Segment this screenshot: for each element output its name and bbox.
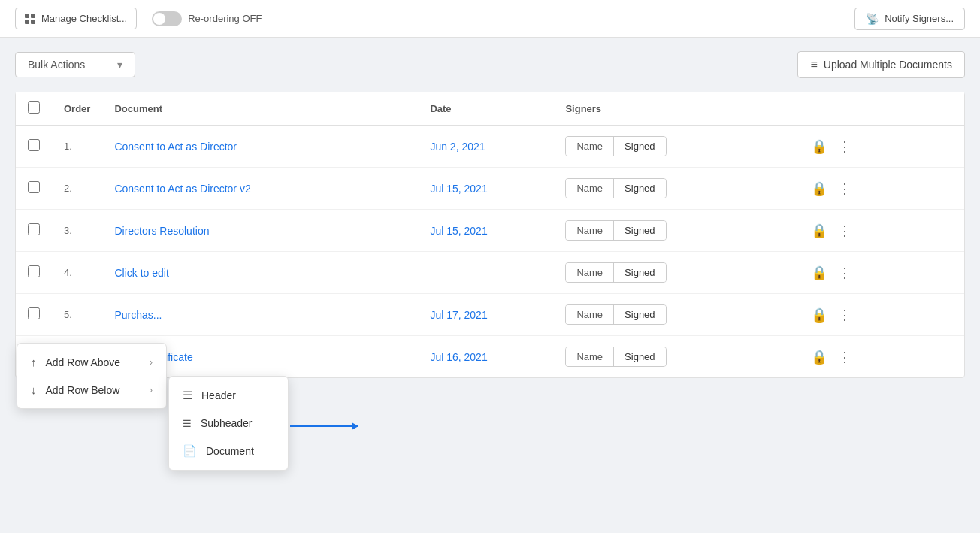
row-3-dots-button[interactable]: ⋮ xyxy=(833,223,856,239)
row-3-checkbox[interactable] xyxy=(28,223,40,235)
row-5-doc-link[interactable]: Purchas... xyxy=(114,309,162,321)
lock-icon[interactable]: 🔒 xyxy=(811,307,827,323)
table-row: 1. Consent to Act as Director Jun 2, 202… xyxy=(16,126,964,168)
row-2-doc-link[interactable]: Consent to Act as Director v2 xyxy=(114,183,250,195)
rss-icon: 📡 xyxy=(866,13,879,25)
lock-icon[interactable]: 🔒 xyxy=(811,265,827,281)
row-3-doc: Directors Resolution xyxy=(102,210,418,252)
row-2-doc: Consent to Act as Director v2 xyxy=(102,168,418,210)
notify-signers-label: Notify Signers... xyxy=(885,13,954,24)
actions-header xyxy=(799,92,964,126)
row-2-signers: Name Signed xyxy=(553,168,799,210)
context-menu-overlay: ↑ Add Row Above › ↓ Add Row Below › ☰ He… xyxy=(17,343,167,378)
row-checkbox-cell xyxy=(16,294,52,336)
row-5-actions-wrap: 🔒 ⋮ xyxy=(811,307,871,323)
row-5-checkbox[interactable] xyxy=(28,307,40,319)
signers-header: Signers xyxy=(553,92,799,126)
row-4-date xyxy=(418,252,553,294)
row-2-date: Jul 15, 2021 xyxy=(418,168,553,210)
row-1-signers: Name Signed xyxy=(553,126,799,168)
grid-icon xyxy=(25,14,35,24)
date-header: Date xyxy=(418,92,553,126)
row-4-signer-badge: Name Signed xyxy=(565,262,666,283)
lock-icon[interactable]: 🔒 xyxy=(811,349,827,365)
row-1-signer-badge: Name Signed xyxy=(565,136,666,156)
row-1-order: 1. xyxy=(52,126,102,168)
order-header: Order xyxy=(52,92,102,126)
row-actions-menu: ↑ Add Row Above › ↓ Add Row Below › xyxy=(17,343,167,378)
reordering-toggle-wrap: Re-ordering OFF xyxy=(152,11,262,26)
reordering-toggle[interactable] xyxy=(152,11,182,26)
row-1-actions: 🔒 ⋮ xyxy=(799,126,964,168)
lock-icon[interactable]: 🔒 xyxy=(811,223,827,239)
row-5-dots-button[interactable]: ⋮ xyxy=(833,307,856,323)
toolbar: Bulk Actions ▾ ≡ Upload Multiple Documen… xyxy=(0,38,980,92)
row-3-signer-badge: Name Signed xyxy=(565,220,666,241)
table-row: 5. Purchas... Jul 17, 2021 Name Signed 🔒… xyxy=(16,294,964,336)
row-2-actions-wrap: 🔒 ⋮ xyxy=(811,180,871,197)
row-checkbox-cell xyxy=(16,210,52,252)
add-row-above-label: Add Row Above xyxy=(46,356,121,368)
row-5-doc: Purchas... xyxy=(102,294,418,336)
chevron-down-icon: ▾ xyxy=(117,59,122,71)
row-4-actions-wrap: 🔒 ⋮ xyxy=(811,265,871,281)
document-table: Order Document Date Signers xyxy=(16,92,964,377)
row-6-actions-wrap: 🔒 ⋮ xyxy=(811,349,871,365)
row-1-actions-wrap: 🔒 ⋮ xyxy=(811,138,871,155)
row-5-order: 5. xyxy=(52,294,102,336)
manage-checklist-button[interactable]: Manage Checklist... xyxy=(15,8,137,29)
row-6-date: Jul 16, 2021 xyxy=(418,336,553,378)
row-5-signer-badge: Name Signed xyxy=(565,304,666,325)
upload-label: Upload Multiple Documents xyxy=(824,59,952,71)
row-5-signers: Name Signed xyxy=(553,294,799,336)
row-4-signers: Name Signed xyxy=(553,252,799,294)
row-checkbox-cell xyxy=(16,126,52,168)
add-row-above-item[interactable]: ↑ Add Row Above › xyxy=(17,348,166,376)
top-bar-left: Manage Checklist... Re-ordering OFF xyxy=(15,8,262,29)
row-2-dots-button[interactable]: ⋮ xyxy=(833,180,856,197)
row-4-checkbox[interactable] xyxy=(28,265,40,277)
row-3-doc-link[interactable]: Directors Resolution xyxy=(114,225,209,237)
row-2-signer-badge: Name Signed xyxy=(565,178,666,198)
table-row: 2. Consent to Act as Director v2 Jul 15,… xyxy=(16,168,964,210)
row-3-order: 3. xyxy=(52,210,102,252)
row-6-dots-button[interactable]: ⋮ xyxy=(833,349,856,365)
row-2-order: 2. xyxy=(52,168,102,210)
upload-multiple-button[interactable]: ≡ Upload Multiple Documents xyxy=(797,51,965,78)
notify-signers-button[interactable]: 📡 Notify Signers... xyxy=(854,8,965,30)
table-header-row: Order Document Date Signers xyxy=(16,92,964,126)
table-row: 4. Click to edit Name Signed 🔒 ⋮ xyxy=(16,252,964,294)
row-2-checkbox[interactable] xyxy=(28,181,40,193)
row-1-doc-link[interactable]: Consent to Act as Director xyxy=(114,141,237,153)
row-1-dots-button[interactable]: ⋮ xyxy=(833,138,856,155)
click-to-edit-text[interactable]: Click to edit xyxy=(114,267,168,279)
row-6-signer-badge: Name Signed xyxy=(565,347,666,367)
reordering-label: Re-ordering OFF xyxy=(188,13,262,24)
arrow-up-icon: ↑ xyxy=(31,356,37,368)
top-bar: Manage Checklist... Re-ordering OFF 📡 No… xyxy=(0,0,980,38)
row-3-signers: Name Signed xyxy=(553,210,799,252)
document-table-container: Order Document Date Signers xyxy=(15,92,965,378)
add-row-submenu: ☰ Header ☰ Subheader 📄 Document xyxy=(168,376,289,378)
bulk-actions-button[interactable]: Bulk Actions ▾ xyxy=(15,52,135,77)
row-4-dots-button[interactable]: ⋮ xyxy=(833,265,856,281)
row-1-checkbox[interactable] xyxy=(28,139,40,151)
row-4-actions: 🔒 ⋮ xyxy=(799,252,964,294)
select-all-checkbox[interactable] xyxy=(28,101,40,114)
lock-icon[interactable]: 🔒 xyxy=(811,180,827,197)
row-3-actions-wrap: 🔒 ⋮ xyxy=(811,223,871,239)
document-header: Document xyxy=(102,92,418,126)
row-checkbox-cell xyxy=(16,252,52,294)
row-3-date: Jul 15, 2021 xyxy=(418,210,553,252)
add-row-below-item[interactable]: ↓ Add Row Below › xyxy=(17,376,166,378)
row-6-signers: Name Signed xyxy=(553,336,799,378)
table-row: 3. Directors Resolution Jul 15, 2021 Nam… xyxy=(16,210,964,252)
row-1-doc: Consent to Act as Director xyxy=(102,126,418,168)
row-checkbox-cell xyxy=(16,168,52,210)
row-4-doc: Click to edit xyxy=(102,252,418,294)
row-1-date: Jun 2, 2021 xyxy=(418,126,553,168)
lock-icon[interactable]: 🔒 xyxy=(811,138,827,155)
select-all-header xyxy=(16,92,52,126)
bulk-actions-label: Bulk Actions xyxy=(28,59,85,71)
row-4-order: 4. xyxy=(52,252,102,294)
